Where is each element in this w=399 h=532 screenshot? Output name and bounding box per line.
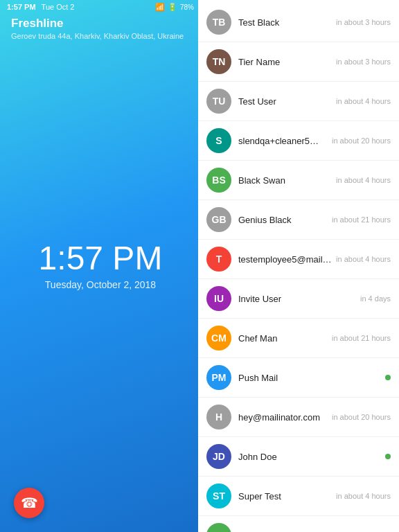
contact-name: hey@mailinator.com [238,412,328,423]
contact-name: Test Black [238,17,332,28]
contact-name: Genius Black [238,215,328,225]
contact-info: Super Test [238,491,332,502]
contact-item[interactable]: TNTier Namein about 3 hours [198,42,399,82]
contact-item[interactable]: GBGenius Blackin about 21 hours [198,200,399,240]
contact-name: Tier Name [238,57,332,67]
contact-name: Chef Man [238,333,328,344]
contact-name: Black Swan [238,175,332,186]
avatar: S [206,128,231,153]
avatar: ST [206,484,231,508]
contact-info: Genius Black [238,215,328,225]
contact-item[interactable]: Ttestemployee5@mailinator.comin about 4 … [198,240,399,279]
avatar: TN [206,49,231,74]
online-dot [385,454,391,459]
contact-info: Invite User [238,294,356,304]
clock-container: 1:57 PM Tuesday, October 2, 2018 [0,242,201,290]
contact-info: testemployee5@mailinator.com [238,254,332,265]
contact-item[interactable]: TUTest Userin about 4 hours [198,82,399,121]
contact-name: testemployee5@mailinator.com [238,254,332,265]
contact-name: Push Mail [238,373,381,383]
contact-item[interactable]: IUInvite Userin 4 days [198,279,399,319]
contact-item[interactable]: TBTest Blackin about 3 hours [198,3,399,42]
app-address: Geroev truda 44a, Kharkiv, Kharkiv Oblas… [11,32,184,40]
contact-name: John Doe [238,452,381,462]
battery-icon: 🔋 [168,3,177,12]
wifi-icon: 📶 [155,3,165,12]
avatar: TB [206,10,231,35]
avatar: BS [206,168,231,193]
battery-percent: 78% [180,3,194,11]
contact-item[interactable]: JDJohn Doe [198,437,399,477]
avatar: TE [206,523,231,532]
contact-time: in about 4 hours [336,176,391,184]
avatar: CM [206,326,231,351]
contact-info: Chef Man [238,333,328,344]
contact-time: in about 20 hours [332,136,391,145]
contact-item[interactable]: Hhey@mailinator.comin about 20 hours [198,398,399,437]
contact-item[interactable]: TETemp Empin about 3 hours [198,516,399,532]
contact-name: Invite User [238,294,356,304]
contact-time: in about 21 hours [332,334,391,342]
contact-time: in 4 days [360,294,391,303]
avatar: JD [206,444,231,469]
contact-info: Push Mail [238,373,381,383]
contact-item[interactable]: BSBlack Swanin about 4 hours [198,161,399,200]
contact-time: in about 4 hours [336,97,391,105]
contact-info: hey@mailinator.com [238,412,328,423]
avatar: IU [206,286,231,311]
status-time: 1:57 PM [7,3,36,11]
status-bar: 1:57 PM Tue Oct 2 📶 🔋 78% [0,0,201,14]
contact-name: Test User [238,96,332,107]
contact-info: Test Black [238,17,332,28]
app-header: Freshline Geroev truda 44a, Kharkiv, Kha… [11,17,184,40]
fab-icon: ☎ [21,496,38,510]
contact-item[interactable]: CMChef Manin about 21 hours [198,319,399,358]
avatar: T [206,247,231,272]
contact-name: Super Test [238,491,332,502]
contact-time: in about 3 hours [336,18,391,26]
clock-time: 1:57 PM [0,242,201,275]
contact-list: TBTest Blackin about 3 hoursTNTier Namei… [198,0,399,532]
contact-info: Tier Name [238,57,332,67]
contact-time: in about 21 hours [332,215,391,224]
contact-item[interactable]: Sslendqa+cleaner5@gmail.comin about 20 h… [198,121,399,161]
contact-time: in about 3 hours [336,57,391,66]
contact-info: Black Swan [238,175,332,186]
contact-time: in about 4 hours [336,255,391,263]
contact-info: slendqa+cleaner5@gmail.com [238,136,328,146]
fab-button[interactable]: ☎ [14,488,44,518]
avatar: PM [206,365,231,390]
avatar: GB [206,207,231,232]
app-name: Freshline [11,17,184,30]
online-dot [385,375,391,380]
status-icons: 📶 🔋 78% [155,3,194,12]
avatar: TU [206,89,231,114]
right-panel: TBTest Blackin about 3 hoursTNTier Namei… [198,0,399,532]
contact-info: John Doe [238,452,381,462]
contact-item[interactable]: PMPush Mail [198,358,399,398]
status-date: Tue Oct 2 [42,3,75,11]
contact-info: Test User [238,96,332,107]
contact-time: in about 20 hours [332,413,391,421]
contact-name: slendqa+cleaner5@gmail.com [238,136,328,146]
contact-time: in about 4 hours [336,492,391,500]
contact-item[interactable]: STSuper Testin about 4 hours [198,477,399,516]
avatar: H [206,405,231,429]
clock-date: Tuesday, October 2, 2018 [0,279,201,290]
